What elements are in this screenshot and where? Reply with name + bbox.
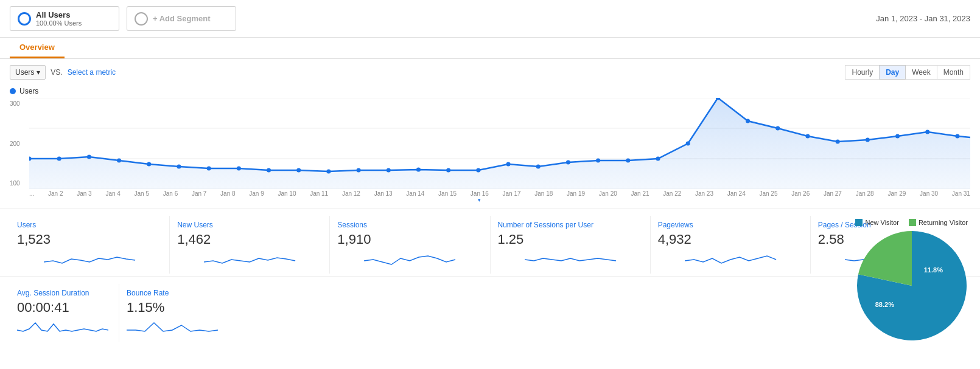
top-bar: All Users 100.00% Users + Add Segment Ja… (0, 0, 980, 38)
x-label-jan5: Jan 5 (135, 190, 149, 203)
sparkline-sessions-per-user (498, 250, 643, 267)
time-btn-hourly[interactable]: Hourly (845, 65, 880, 80)
sparkline-bounce-rate (127, 318, 218, 335)
metric-value-avg-session: 00:00:41 (17, 300, 111, 316)
sparkline-new-users (177, 250, 322, 267)
metric-value-pageviews: 4,932 (658, 232, 803, 247)
main-chart-svg (29, 98, 970, 189)
x-label-jan10: Jan 10 (278, 190, 296, 203)
svg-point-31 (805, 134, 810, 139)
segment-all-users[interactable]: All Users 100.00% Users (10, 6, 119, 31)
metric-card-bounce-rate: Bounce Rate 1.15% (119, 284, 229, 342)
x-label-jan16: Jan 16▾ (471, 190, 489, 203)
metric-value-sessions-per-user: 1.25 (498, 232, 643, 247)
metric-title-pageviews: Pageviews (658, 221, 803, 229)
pie-legend-returning-visitor-color (909, 219, 916, 226)
svg-point-6 (57, 157, 61, 161)
x-label-jan8: Jan 8 (220, 190, 235, 203)
x-label-jan30: Jan 30 (920, 190, 938, 203)
x-label-jan24: Jan 24 (727, 190, 746, 203)
metric-title-sessions-per-user: Number of Sessions per User (498, 221, 643, 229)
svg-point-20 (476, 168, 480, 173)
metric-dropdown-label: Users (15, 68, 34, 77)
svg-point-14 (296, 168, 301, 173)
metric-dropdown[interactable]: Users ▾ (10, 65, 46, 80)
metric-value-new-users: 1,462 (177, 232, 322, 247)
metric-card-sessions: Sessions 1,910 (330, 216, 490, 274)
x-label-jan3: Jan 3 (77, 190, 91, 203)
metrics-row-2: Avg. Session Duration 00:00:41 Bounce Ra… (0, 276, 980, 347)
segment-sub: 100.00% Users (36, 19, 82, 27)
pie-legend-new-visitor-color (855, 219, 863, 226)
sparkline-avg-session (17, 318, 108, 335)
metric-value-sessions: 1,910 (337, 232, 482, 247)
segment-circle-filled (18, 12, 31, 26)
svg-point-9 (147, 162, 151, 167)
add-segment-label: + Add Segment (153, 14, 211, 23)
pie-legend: New Visitor Returning Visitor (855, 219, 968, 226)
metric-card-sessions-per-user: Number of Sessions per User 1.25 (491, 216, 651, 274)
metric-value-bounce-rate: 1.15% (127, 300, 222, 316)
controls-row: Users ▾ VS. Select a metric Hourly Day W… (0, 59, 980, 82)
x-label-jan15: Jan 15 (438, 190, 457, 203)
svg-point-7 (87, 155, 91, 159)
metric-card-users: Users 1,523 (10, 216, 170, 274)
time-btn-day[interactable]: Day (879, 65, 906, 80)
x-label-jan7: Jan 7 (192, 190, 206, 203)
tab-overview[interactable]: Overview (10, 38, 65, 58)
y-label-100: 100 (10, 180, 29, 187)
pie-legend-new-visitor: New Visitor (855, 219, 898, 226)
svg-point-8 (117, 159, 121, 163)
metric-title-sessions: Sessions (337, 221, 482, 229)
x-label-jan27: Jan 27 (824, 190, 842, 203)
vs-label: VS. (51, 68, 62, 77)
pie-section: New Visitor Returning Visitor 88.2% 11.8… (855, 219, 968, 347)
x-label-jan23: Jan 23 (695, 190, 713, 203)
svg-point-21 (506, 162, 511, 167)
y-label-300: 300 (10, 100, 29, 107)
sparkline-pageviews (658, 250, 803, 267)
metric-card-pageviews: Pageviews 4,932 (651, 216, 811, 274)
svg-point-11 (207, 167, 211, 171)
segment-add[interactable]: + Add Segment (127, 6, 236, 31)
x-label-jan20: Jan 20 (599, 190, 617, 203)
x-label-jan18: Jan 18 (534, 190, 553, 203)
segments-area: All Users 100.00% Users + Add Segment (10, 6, 236, 31)
x-label-jan13: Jan 13 (374, 190, 393, 203)
svg-point-19 (446, 168, 450, 173)
svg-point-18 (416, 168, 421, 172)
svg-point-15 (326, 170, 331, 174)
svg-point-10 (177, 165, 181, 169)
svg-marker-4 (29, 98, 970, 189)
metrics-row-1: Users 1,523 New Users 1,462 Sessions 1,9… (0, 208, 980, 274)
chart-legend-label: Users (19, 87, 38, 95)
svg-point-26 (656, 157, 660, 161)
svg-point-30 (775, 126, 780, 131)
svg-point-16 (357, 168, 361, 173)
x-label-jan19: Jan 19 (567, 190, 585, 203)
metric-card-new-users: New Users 1,462 (170, 216, 330, 274)
y-label-200: 200 (10, 140, 29, 147)
metric-title-bounce-rate: Bounce Rate (127, 289, 222, 297)
svg-point-36 (955, 134, 959, 139)
time-btn-month[interactable]: Month (937, 65, 970, 80)
svg-point-32 (836, 140, 840, 144)
svg-point-22 (536, 165, 541, 169)
x-label-jan9: Jan 9 (249, 190, 264, 203)
select-metric-link[interactable]: Select a metric (68, 68, 116, 77)
svg-point-27 (686, 142, 690, 146)
sparkline-sessions (337, 250, 482, 267)
x-label-dots: ... (29, 190, 34, 203)
x-label-jan11: Jan 11 (310, 190, 328, 203)
svg-point-33 (866, 138, 870, 142)
pie-legend-returning-visitor: Returning Visitor (909, 219, 968, 226)
x-labels: ... Jan 2 Jan 3 Jan 4 Jan 5 Jan 6 Jan 7 … (10, 190, 970, 203)
x-label-jan31: Jan 31 (952, 190, 970, 203)
pie-chart-svg (857, 231, 967, 340)
x-label-jan4: Jan 4 (105, 190, 120, 203)
x-label-jan14: Jan 14 (406, 190, 424, 203)
svg-point-24 (596, 159, 600, 163)
time-btn-week[interactable]: Week (905, 65, 937, 80)
metric-selector: Users ▾ VS. Select a metric (10, 65, 116, 80)
metric-card-avg-session: Avg. Session Duration 00:00:41 (10, 284, 119, 342)
